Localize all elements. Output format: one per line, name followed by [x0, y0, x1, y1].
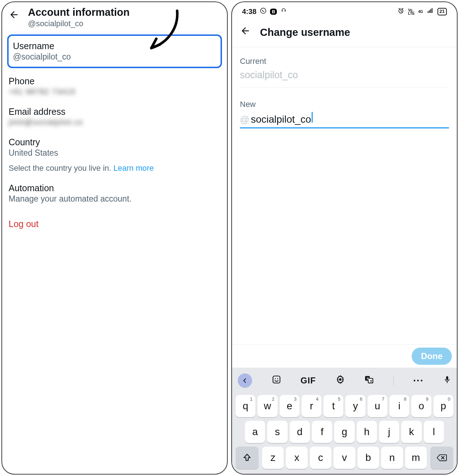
key-super-7: 7 [382, 396, 384, 402]
key-i[interactable]: i8 [389, 395, 409, 417]
svg-rect-3 [429, 10, 430, 13]
key-s[interactable]: s [267, 421, 287, 443]
backspace-key[interactable] [430, 447, 453, 469]
page-title: Account information [28, 6, 130, 18]
chevron-left-icon [242, 378, 248, 383]
key-super-4: 4 [316, 396, 318, 402]
svg-point-8 [277, 378, 278, 379]
email-label: Email address [9, 107, 221, 117]
keyboard-row-3: zxcvbnm [234, 447, 455, 469]
country-row[interactable]: Country United States Select the country… [9, 132, 221, 178]
phone-label: Phone [9, 76, 221, 86]
more-button[interactable]: ··· [413, 375, 423, 386]
back-arrow-icon [9, 9, 19, 20]
automation-value: Manage your automated account. [9, 194, 221, 204]
signal-icon [427, 8, 434, 16]
key-f[interactable]: f [312, 421, 332, 443]
key-m[interactable]: m [405, 447, 427, 469]
key-o[interactable]: o9 [411, 395, 431, 417]
more-icon: ··· [413, 375, 423, 386]
key-y[interactable]: y6 [345, 395, 365, 417]
page-title: Change username [260, 27, 350, 38]
email-row[interactable]: Email address jimit@socialpilot.co [9, 102, 221, 132]
key-z[interactable]: z [262, 447, 284, 469]
header: Account information @socialpilot_co [2, 2, 227, 32]
key-super-8: 8 [404, 396, 406, 402]
key-j[interactable]: j [379, 421, 399, 443]
key-c[interactable]: c [310, 447, 331, 469]
key-super-1: 1 [250, 396, 252, 402]
learn-more-link[interactable]: Learn more [113, 164, 154, 173]
country-label: Country [9, 137, 221, 147]
new-label: New [240, 100, 449, 109]
key-n[interactable]: n [381, 447, 403, 469]
key-e[interactable]: e3 [280, 395, 299, 417]
key-a[interactable]: a [245, 421, 265, 443]
status-time: 4:38 [242, 8, 256, 16]
current-label: Current [240, 57, 449, 66]
shift-key[interactable] [236, 447, 259, 469]
email-value-blurred: jimit@socialpilot.co [9, 118, 221, 127]
back-button[interactable] [240, 25, 251, 39]
key-p[interactable]: p0 [434, 395, 453, 417]
country-help-prefix: Select the country you live in. [9, 164, 113, 173]
keyboard-row-3-letters: zxcvbnm [261, 447, 428, 469]
translate-button[interactable]: G文 [364, 375, 374, 386]
username-row[interactable]: Username @socialpilot_co [7, 34, 222, 68]
key-k[interactable]: k [401, 421, 421, 443]
settings-button[interactable] [336, 375, 345, 386]
username-label: Username [13, 41, 216, 51]
key-x[interactable]: x [286, 447, 307, 469]
battery-icon: 21 [437, 8, 447, 15]
keyboard-toolbar: GIF G文 ··· [234, 371, 455, 391]
volte-icon: VoLTE [408, 9, 415, 15]
svg-point-7 [275, 378, 276, 379]
key-l[interactable]: l [424, 421, 444, 443]
country-help-text: Select the country you live in. Learn mo… [9, 164, 221, 173]
phone-row[interactable]: Phone +91 98782 73415 [9, 71, 221, 102]
kbd-collapse-button[interactable] [238, 373, 252, 388]
svg-rect-4 [430, 9, 431, 13]
new-username-input[interactable]: @ socialpilot_co [240, 112, 449, 128]
key-t[interactable]: t5 [323, 395, 343, 417]
translate-icon: G文 [364, 375, 374, 384]
key-w[interactable]: w2 [257, 395, 277, 417]
header: Change username [232, 19, 457, 47]
automation-label: Automation [9, 183, 221, 193]
key-super-9: 9 [426, 396, 428, 402]
svg-rect-14 [446, 376, 448, 380]
voice-input-button[interactable] [443, 375, 451, 386]
phone-change-username: 4:38 B VoLTE 4G 21 Change username [231, 1, 458, 475]
key-v[interactable]: v [333, 447, 355, 469]
back-arrow-icon [240, 25, 251, 36]
headset-icon [280, 8, 287, 16]
key-g[interactable]: g [334, 421, 354, 443]
gif-button[interactable]: GIF [301, 376, 316, 386]
key-r[interactable]: r4 [302, 395, 321, 417]
sticker-icon [272, 375, 281, 384]
backspace-icon [436, 453, 447, 462]
svg-point-0 [261, 8, 266, 14]
alarm-icon [397, 7, 404, 16]
key-u[interactable]: u7 [368, 395, 387, 417]
automation-row[interactable]: Automation Manage your automated account… [9, 178, 221, 209]
text-cursor-icon [312, 112, 313, 123]
gear-icon [336, 375, 345, 384]
phone-account-info: Account information @socialpilot_co User… [1, 1, 228, 475]
key-d[interactable]: d [290, 421, 310, 443]
key-h[interactable]: h [357, 421, 377, 443]
keyboard-row-1: q1w2e3r4t5y6u7i8o9p0 [234, 395, 455, 417]
phone-value-blurred: +91 98782 73415 [9, 87, 221, 96]
svg-text:文: 文 [369, 380, 373, 383]
microphone-icon [443, 375, 451, 384]
key-q[interactable]: q1 [236, 395, 255, 417]
svg-rect-5 [431, 8, 432, 13]
logout-button[interactable]: Log out [9, 219, 221, 229]
at-symbol-icon: @ [240, 114, 249, 125]
done-button[interactable]: Done [412, 348, 452, 365]
back-button[interactable] [9, 6, 19, 23]
new-username-block: New @ socialpilot_co [240, 100, 449, 128]
key-b[interactable]: b [358, 447, 379, 469]
sticker-button[interactable] [272, 375, 281, 386]
done-bar: Done [232, 344, 457, 368]
